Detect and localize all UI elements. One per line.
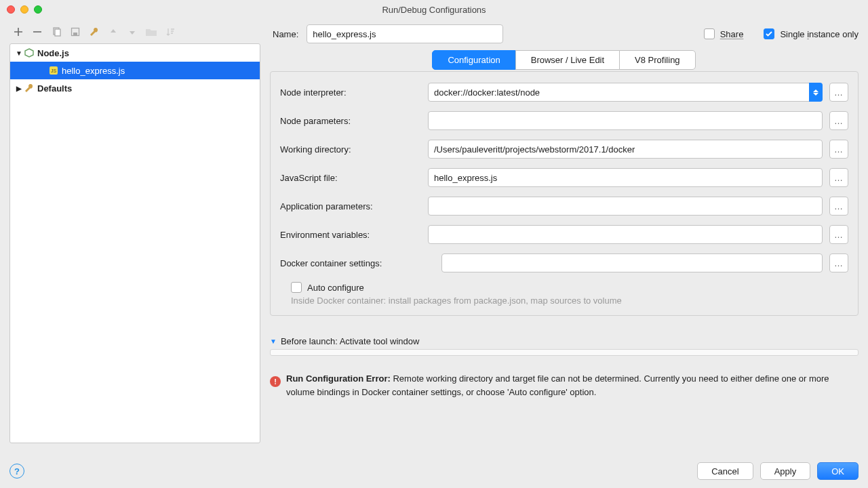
checkbox-icon[interactable] — [291, 282, 302, 293]
before-launch-list[interactable] — [270, 349, 859, 356]
auto-configure-checkbox[interactable]: Auto configure — [280, 282, 848, 293]
name-input[interactable] — [307, 24, 503, 43]
save-icon[interactable] — [69, 26, 81, 38]
svg-text:JS: JS — [51, 68, 57, 73]
close-icon[interactable] — [7, 5, 15, 14]
error-message: ! Run Configuration Error: Remote workin… — [270, 372, 859, 399]
add-icon[interactable] — [12, 26, 24, 38]
single-instance-checkbox[interactable]: Single instance only — [764, 28, 859, 39]
tree-item-hello-express[interactable]: JS hello_express.js — [10, 62, 260, 79]
node-parameters-input[interactable] — [428, 111, 823, 130]
js-file-icon: JS — [48, 65, 59, 76]
tree-group-nodejs[interactable]: ▼ Node.js — [10, 44, 260, 62]
browse-button[interactable]: … — [829, 140, 848, 159]
ok-button[interactable]: OK — [817, 462, 859, 480]
before-launch-label: Before launch: Activate tool window — [281, 336, 420, 346]
config-toolbar — [9, 22, 260, 43]
tree-group-label: Defaults — [37, 83, 72, 94]
window-title: Run/Debug Configurations — [382, 5, 486, 15]
browse-button[interactable]: … — [829, 168, 848, 187]
titlebar: Run/Debug Configurations — [0, 0, 868, 19]
node-interpreter-value[interactable] — [428, 83, 823, 102]
application-parameters-input[interactable] — [428, 197, 823, 216]
before-launch-section[interactable]: ▼ Before launch: Activate tool window — [270, 336, 859, 346]
share-label: Share — [720, 29, 744, 39]
tab-configuration[interactable]: Configuration — [432, 50, 515, 70]
error-icon: ! — [270, 376, 281, 387]
apply-button[interactable]: Apply — [760, 462, 811, 480]
tab-browser-live-edit[interactable]: Browser / Live Edit — [515, 50, 620, 70]
javascript-file-label: JavaScript file: — [280, 173, 421, 183]
nodejs-icon — [24, 47, 35, 58]
javascript-file-input[interactable] — [428, 168, 823, 187]
browse-button[interactable]: … — [829, 83, 848, 102]
node-interpreter-select[interactable] — [428, 83, 823, 102]
dropdown-caret-icon[interactable] — [809, 83, 823, 102]
share-checkbox[interactable]: Share — [704, 28, 744, 39]
checkbox-icon[interactable] — [764, 28, 774, 39]
tree-item-label: hello_express.js — [62, 66, 125, 76]
disclosure-down-icon[interactable]: ▼ — [270, 338, 277, 345]
svg-marker-4 — [25, 49, 33, 57]
docker-settings-label: Docker container settings: — [280, 258, 435, 268]
cancel-button[interactable]: Cancel — [697, 462, 753, 480]
working-directory-label: Working directory: — [280, 144, 421, 155]
tree-group-defaults[interactable]: ▶ Defaults — [10, 79, 260, 97]
wrench-icon — [24, 83, 35, 94]
svg-rect-3 — [73, 33, 77, 35]
help-button[interactable]: ? — [9, 464, 24, 479]
environment-variables-label: Environment variables: — [280, 230, 421, 240]
browse-button[interactable]: … — [829, 253, 848, 272]
docker-settings-input[interactable] — [441, 253, 823, 272]
tabs: Configuration Browser / Live Edit V8 Pro… — [270, 50, 859, 70]
docker-hint: Inside Docker container: install package… — [280, 296, 848, 306]
zoom-icon[interactable] — [34, 5, 42, 14]
auto-configure-label: Auto configure — [307, 283, 364, 293]
node-interpreter-label: Node interpreter: — [280, 87, 421, 98]
error-title: Run Configuration Error: — [286, 373, 391, 384]
minimize-icon[interactable] — [20, 5, 28, 14]
remove-icon[interactable] — [31, 26, 43, 38]
sort-icon[interactable] — [164, 26, 176, 38]
single-instance-label: Single instance only — [780, 29, 859, 39]
move-up-icon[interactable] — [107, 26, 119, 38]
svg-rect-1 — [55, 29, 60, 36]
folder-icon[interactable] — [145, 26, 157, 38]
browse-button[interactable]: … — [829, 225, 848, 244]
node-parameters-label: Node parameters: — [280, 116, 421, 126]
tree-group-label: Node.js — [37, 48, 69, 58]
browse-button[interactable]: … — [829, 111, 848, 130]
window-controls — [7, 5, 42, 14]
move-down-icon[interactable] — [126, 26, 138, 38]
disclosure-right-icon[interactable]: ▶ — [16, 85, 22, 92]
name-label: Name: — [273, 29, 298, 39]
checkbox-icon[interactable] — [704, 28, 715, 39]
config-tree[interactable]: ▼ Node.js JS hello_express.js ▶ Defaults — [9, 43, 260, 443]
tab-v8-profiling[interactable]: V8 Profiling — [619, 50, 695, 70]
copy-icon[interactable] — [50, 26, 62, 38]
disclosure-down-icon[interactable]: ▼ — [16, 49, 22, 57]
browse-button[interactable]: … — [829, 197, 848, 216]
wrench-icon[interactable] — [88, 26, 100, 38]
application-parameters-label: Application parameters: — [280, 201, 421, 211]
working-directory-input[interactable] — [428, 140, 823, 159]
environment-variables-input[interactable] — [428, 225, 823, 244]
config-panel: Node interpreter: … Node parameters: … — [270, 71, 859, 316]
